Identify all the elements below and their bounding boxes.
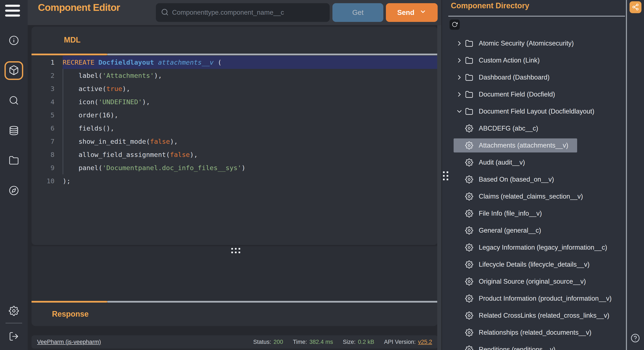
line-number: 2: [32, 69, 62, 82]
editor-tab-underline: [32, 54, 438, 55]
tree-item-icon: [465, 243, 473, 252]
code-line[interactable]: 3 active(true),: [32, 82, 438, 95]
tree-item[interactable]: Atomic Security (Atomicsecurity): [442, 35, 644, 52]
send-button[interactable]: Send: [386, 3, 438, 22]
indent-guide: [62, 69, 63, 174]
tree-item-label: Based On (based_on__v): [479, 176, 554, 183]
tree-chevron[interactable]: [456, 74, 463, 81]
gear-icon: [465, 243, 473, 252]
gear-icon: [465, 329, 473, 337]
tree-item[interactable]: Related CrossLinks (related_cross_links_…: [442, 307, 644, 324]
tree-item[interactable]: Based On (based_on__v): [442, 171, 644, 188]
tree-item[interactable]: Custom Action (Link): [442, 52, 644, 69]
tree-item[interactable]: ABCDEFG (abc__c): [442, 120, 644, 137]
component-search: [156, 3, 330, 22]
code-line[interactable]: 8 allow_field_assignment(false),: [32, 148, 438, 161]
tree-item-label: Document Field Layout (Docfieldlayout): [479, 108, 594, 115]
tree-item[interactable]: Document Field (Docfield): [442, 86, 644, 103]
code-line[interactable]: 7 show_in_edit_mode(false),: [32, 135, 438, 148]
tree-item-label: Relationships (related_documents__v): [479, 329, 592, 336]
line-content: show_in_edit_mode(false),: [62, 135, 438, 148]
code-line[interactable]: 1 RECREATE Docfieldlayout attachments__v…: [32, 56, 438, 69]
chevron-down-icon: [456, 108, 463, 115]
editor-tab-row: MDL: [32, 26, 438, 54]
line-content: allow_field_assignment(false),: [62, 148, 438, 161]
gear-icon: [465, 226, 473, 234]
gear-icon: [465, 192, 473, 200]
tree-item[interactable]: Document Field Layout (Docfieldlayout): [442, 103, 644, 120]
tree-item[interactable]: Audit (audit__v): [442, 154, 644, 171]
tree-item[interactable]: General (general__c): [442, 222, 644, 239]
directory-scrollbar[interactable]: [626, 0, 627, 350]
tree-item[interactable]: Legacy Information (legacy_information__…: [442, 239, 644, 256]
code-line[interactable]: 6 fields(),: [32, 122, 438, 135]
sidebar-item-explore[interactable]: [0, 185, 28, 196]
code-line[interactable]: 4 icon('UNDEFINED'),: [32, 95, 438, 108]
send-button-label: Send: [397, 8, 414, 16]
sidebar-item-settings[interactable]: [0, 306, 28, 317]
tree-item[interactable]: Original Source (original_source__v): [442, 273, 644, 290]
gear-icon: [465, 278, 473, 286]
tree-chevron[interactable]: [456, 108, 463, 115]
code-line[interactable]: 10 );: [32, 174, 438, 187]
tree-item-icon: [465, 175, 473, 183]
tree-chevron[interactable]: [456, 40, 463, 47]
compass-icon: [9, 185, 19, 196]
tree-item[interactable]: Dashboard (Dashboard): [442, 69, 644, 86]
tree-item[interactable]: Lifecycle Details (lifecycle_details__v): [442, 256, 644, 273]
tree-item[interactable]: Renditions (renditions__v): [442, 341, 644, 350]
database-icon: [9, 126, 19, 137]
sidebar-item-info[interactable]: [0, 35, 28, 46]
tree-item[interactable]: File Info (file_info__v): [442, 205, 644, 222]
sidebar-item-components-active[interactable]: [4, 61, 23, 80]
line-content: panel('Documentpanel.doc_info_files__sys…: [62, 161, 438, 174]
panel-resize-gutter[interactable]: [437, 25, 441, 350]
line-content: icon('UNDEFINED'),: [62, 95, 438, 108]
search-icon: [9, 95, 19, 106]
vertical-drag-handle[interactable]: [443, 172, 448, 180]
active-tab-indicator: [32, 54, 107, 55]
sidebar-item-files[interactable]: [0, 155, 28, 166]
code-editor[interactable]: 1 RECREATE Docfieldlayout attachments__v…: [32, 55, 438, 187]
vault-link[interactable]: VeePharm (js-veepharm): [37, 339, 101, 345]
tree-item[interactable]: Attachments (attachments__v): [442, 137, 644, 154]
info-icon: [9, 35, 19, 46]
response-resize-area[interactable]: [32, 246, 438, 301]
horizontal-drag-handle[interactable]: [231, 248, 240, 253]
sidebar: [0, 0, 28, 350]
get-button[interactable]: Get: [332, 3, 383, 22]
code-line[interactable]: 2 label('Attachments'),: [32, 69, 438, 82]
tab-mdl[interactable]: MDL: [64, 35, 80, 44]
tree-chevron[interactable]: [456, 91, 463, 98]
line-content: order(16),: [62, 108, 438, 122]
gear-icon: [9, 306, 19, 317]
sidebar-item-logout[interactable]: [0, 331, 28, 342]
tree-item[interactable]: Product Information (product_information…: [442, 290, 644, 307]
code-line[interactable]: 9 panel('Documentpanel.doc_info_files__s…: [32, 161, 438, 174]
api-version-metric: API Version: v25.2: [384, 339, 432, 345]
folder-icon: [465, 56, 473, 64]
top-bar: Component Editor Get Send: [28, 0, 441, 25]
line-number: 8: [32, 148, 62, 161]
gear-icon: [465, 295, 473, 303]
mdl-editor-panel: MDL 1 RECREATE Docfieldlayout attachment…: [32, 26, 438, 245]
tree-item[interactable]: Claims (related_claims_section__v): [442, 188, 644, 205]
code-line[interactable]: 5 order(16),: [32, 108, 438, 122]
tree-item-label: Atomic Security (Atomicsecurity): [479, 39, 574, 47]
tree-item[interactable]: Relationships (related_documents__v): [442, 324, 644, 341]
help-button[interactable]: [630, 334, 640, 343]
line-content: fields(),: [62, 122, 438, 135]
chevron-down-icon[interactable]: [420, 8, 426, 17]
logout-icon: [9, 331, 19, 342]
sidebar-item-search[interactable]: [0, 95, 28, 106]
menu-icon[interactable]: [5, 5, 20, 16]
refresh-button[interactable]: [450, 19, 460, 30]
api-version-link[interactable]: v25.2: [418, 339, 432, 345]
component-directory-panel: Component Directory Atomic Security (Ato…: [442, 0, 644, 350]
search-input[interactable]: [172, 9, 324, 16]
sidebar-item-database[interactable]: [0, 126, 28, 137]
status-code: 200: [274, 339, 283, 345]
tree-chevron[interactable]: [456, 57, 463, 64]
help-icon: [630, 340, 640, 344]
hierarchy-view-button[interactable]: [630, 1, 642, 13]
